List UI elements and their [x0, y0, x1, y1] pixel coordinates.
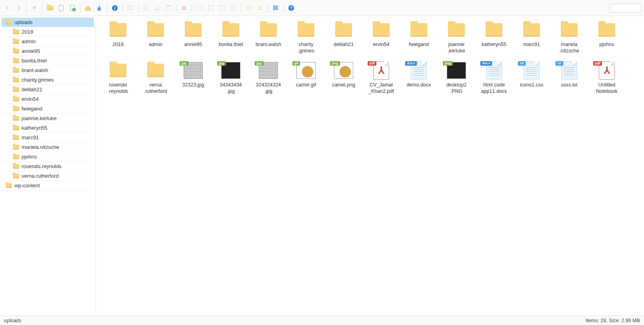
- file-item[interactable]: ⅄pdfUntitled Notebook: [588, 61, 626, 94]
- file-type-badge: png: [330, 61, 340, 66]
- folder-item[interactable]: bonita.thiel: [212, 21, 250, 54]
- item-label: 324324324 .jpg: [250, 82, 287, 94]
- folder-item[interactable]: brant.walsh: [250, 21, 287, 54]
- tree-node-label: pjohns: [22, 154, 37, 160]
- svg-rect-16: [246, 6, 248, 10]
- folder-icon: [13, 30, 19, 34]
- folder-item[interactable]: admin: [137, 21, 174, 54]
- file-icon: [524, 61, 540, 80]
- item-label: ervin54: [362, 42, 400, 48]
- folder-tree[interactable]: uploads 2018adminannie95bonita.thielbran…: [0, 16, 96, 315]
- folder-item[interactable]: rosendo .reynolds: [99, 61, 137, 94]
- svg-rect-0: [59, 5, 63, 11]
- back-button[interactable]: [2, 3, 13, 13]
- tree-node[interactable]: fwiegand: [2, 104, 94, 114]
- tree-node[interactable]: pjohns: [2, 152, 94, 162]
- upload-button[interactable]: [67, 3, 78, 13]
- tree-node[interactable]: verna.rutherford: [2, 171, 94, 181]
- preview-button[interactable]: [125, 3, 136, 13]
- file-item[interactable]: ⅄pdfCV_Jamal _Khan2.pdf: [362, 61, 400, 94]
- file-item[interactable]: jpg324324324 .jpg: [250, 61, 287, 94]
- item-thumbnail: docx: [484, 61, 504, 80]
- tree-node[interactable]: 2018: [2, 27, 94, 37]
- folder-item[interactable]: katheryn55: [475, 21, 513, 54]
- item-thumbnail: [371, 21, 392, 39]
- rename-button[interactable]: [194, 3, 205, 13]
- item-label: verna .rutherford: [137, 82, 174, 94]
- folder-icon: [13, 116, 19, 121]
- help-icon: ?: [288, 5, 294, 11]
- svg-rect-5: [128, 6, 133, 9]
- cut-button[interactable]: [152, 3, 162, 13]
- folder-item[interactable]: marc91: [513, 21, 550, 54]
- tree-node[interactable]: admin: [2, 37, 94, 46]
- item-thumbnail: [108, 61, 128, 80]
- tree-node[interactable]: katheryn55: [2, 123, 94, 133]
- copy-button[interactable]: [141, 3, 151, 13]
- delete-button[interactable]: [179, 3, 189, 13]
- file-item[interactable]: pngcamel.png: [325, 61, 362, 94]
- help-button[interactable]: ?: [286, 3, 296, 13]
- file-item[interactable]: jpg34343434 .jpg: [212, 61, 250, 94]
- file-type-badge: png: [443, 61, 453, 66]
- tree-node[interactable]: mariela.nitzsche: [2, 142, 94, 152]
- file-item[interactable]: txtssss.txt: [550, 61, 588, 94]
- info-button[interactable]: i: [110, 3, 120, 13]
- file-item[interactable]: jpg32323.jpg: [174, 61, 212, 94]
- up-button[interactable]: [29, 3, 40, 13]
- list-view-button[interactable]: [270, 3, 281, 13]
- folder-item[interactable]: 2018: [99, 21, 137, 54]
- forward-button[interactable]: [14, 3, 24, 13]
- file-item[interactable]: pngdesktop2 .PNG: [438, 61, 475, 94]
- folder-item[interactable]: delilah21: [325, 21, 362, 54]
- tree-node-label: verna.rutherford: [22, 173, 59, 179]
- tree-node[interactable]: rosendo.reynolds: [2, 162, 94, 171]
- folder-item[interactable]: mariela .nitzsche: [550, 21, 588, 54]
- tree-node[interactable]: delilah21: [2, 85, 94, 94]
- folder-item[interactable]: verna .rutherford: [137, 61, 174, 94]
- file-item[interactable]: docxhtml code app11.docx: [475, 61, 513, 94]
- folder-icon: [13, 164, 19, 169]
- archive-button[interactable]: [217, 3, 227, 13]
- edit-button[interactable]: [206, 3, 216, 13]
- status-bar: uploads Items: 28, Size: 2.86 MB: [0, 315, 644, 325]
- folder-item[interactable]: charity .grimes: [287, 21, 325, 54]
- download-button[interactable]: [94, 3, 104, 13]
- tree-node[interactable]: joannie.kerluke: [2, 114, 94, 123]
- tree-node-uploads[interactable]: uploads: [2, 18, 94, 27]
- tree-node-wp-content[interactable]: wp-content: [2, 181, 94, 191]
- item-label: 32323.jpg: [174, 82, 212, 88]
- file-item[interactable]: docxdemo.docx: [400, 61, 438, 94]
- tree-node[interactable]: annie95: [2, 46, 94, 56]
- search-input[interactable]: [610, 4, 642, 12]
- new-file-button[interactable]: [56, 3, 66, 13]
- folder-item[interactable]: pjohns: [588, 21, 626, 54]
- folder-item[interactable]: ervin54: [362, 21, 400, 54]
- tree-node-label: katheryn55: [22, 125, 47, 131]
- tree-node[interactable]: charity.grimes: [2, 75, 94, 85]
- split-button[interactable]: [244, 3, 254, 13]
- item-label: admin: [137, 42, 174, 48]
- item-label: 2018: [99, 42, 137, 48]
- new-folder-button[interactable]: [45, 3, 55, 13]
- paste-button[interactable]: [163, 3, 174, 13]
- tree-node[interactable]: bonita.thiel: [2, 56, 94, 66]
- extract-button[interactable]: [228, 3, 238, 13]
- tree-node[interactable]: ervin54: [2, 94, 94, 104]
- tree-node[interactable]: marc91: [2, 133, 94, 142]
- folder-item[interactable]: annie95: [174, 21, 212, 54]
- svg-rect-12: [197, 6, 202, 10]
- folder-item[interactable]: fwiegand: [400, 21, 438, 54]
- folder-icon: [13, 58, 19, 63]
- home-button[interactable]: [83, 3, 93, 13]
- item-thumbnail: [521, 21, 542, 39]
- file-item[interactable]: txticons1.css: [513, 61, 550, 94]
- svg-text:?: ?: [290, 6, 293, 10]
- tree-node[interactable]: brant.walsh: [2, 66, 94, 75]
- file-grid[interactable]: 2018adminannie95bonita.thielbrant.walshc…: [96, 16, 644, 315]
- columns-button[interactable]: [255, 3, 265, 13]
- folder-item[interactable]: joannie .kerluke: [438, 21, 475, 54]
- folder-icon: [147, 64, 164, 77]
- file-item[interactable]: gifcamel.gif: [287, 61, 325, 94]
- folder-icon: [523, 23, 540, 37]
